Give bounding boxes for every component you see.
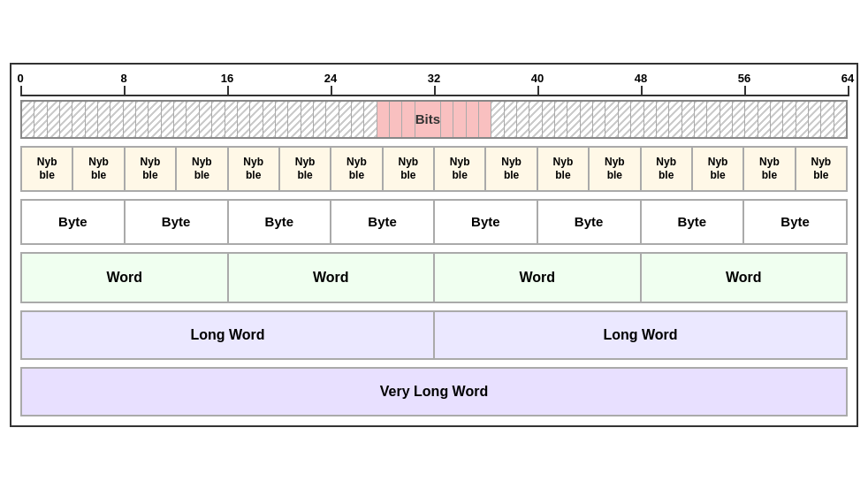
- bit-cell-1: [34, 102, 47, 137]
- bit-cell-47: [631, 102, 643, 137]
- bit-cell-5: [86, 102, 98, 137]
- word-row-container: Word Word Word Word: [20, 252, 848, 303]
- bits-row: (function() { const container = document…: [20, 100, 848, 139]
- byte-row-container: Byte Byte Byte Byte Byte Byte Byte Byte: [20, 199, 848, 245]
- byte-cell-7: Byte: [744, 201, 846, 243]
- bit-cell-51: [682, 102, 695, 137]
- nybble-cell-2: Nybble: [126, 148, 177, 190]
- bit-cell-18: [250, 102, 263, 137]
- bit-cell-13: [187, 102, 199, 137]
- nybble-cell-9: Nybble: [486, 148, 537, 190]
- ruler-label-56: 56: [738, 72, 750, 85]
- ruler-label-8: 8: [120, 72, 126, 85]
- ruler-label-24: 24: [324, 72, 337, 85]
- nybble-cell-12: Nybble: [642, 148, 693, 190]
- bit-cell-58: [771, 102, 783, 137]
- bit-cell-60: [796, 102, 809, 137]
- verylongword-cell: Very Long Word: [22, 369, 846, 415]
- byte-cell-2: Byte: [229, 201, 332, 243]
- bit-cell-2: [48, 102, 60, 137]
- nybble-cell-5: Nybble: [280, 148, 331, 190]
- ruler-label-32: 32: [428, 72, 440, 85]
- bits-highlight-cell-32: [441, 102, 453, 137]
- bit-cell-49: [657, 102, 669, 137]
- bit-cell-62: [821, 102, 834, 137]
- bit-cell-38: [517, 102, 529, 137]
- word-cell-3: Word: [642, 254, 847, 302]
- bit-cell-17: [238, 102, 250, 137]
- bits-highlight-cell-28: [377, 102, 390, 137]
- word-cell-1: Word: [229, 254, 436, 302]
- nybble-cell-15: Nybble: [796, 148, 846, 190]
- bit-cell-7: [110, 102, 123, 137]
- nybble-cell-8: Nybble: [435, 148, 486, 190]
- longword-row: Long Word Long Word: [20, 310, 848, 360]
- bit-cell-41: [555, 102, 567, 137]
- ruler-label-48: 48: [635, 72, 647, 85]
- bit-cell-19: [263, 102, 276, 137]
- nybble-cell-6: Nybble: [331, 148, 383, 190]
- nybble-cell-3: Nybble: [177, 148, 228, 190]
- bit-cell-24: [326, 102, 339, 137]
- nybble-cell-1: Nybble: [73, 148, 125, 190]
- bit-cell-6: [98, 102, 110, 137]
- bit-cell-25: [339, 102, 352, 137]
- bit-cell-44: [593, 102, 605, 137]
- byte-cell-0: Byte: [22, 201, 126, 243]
- bit-cell-54: [720, 102, 733, 137]
- bit-cell-61: [809, 102, 821, 137]
- bits-highlight-cell-30: [402, 102, 415, 137]
- verylongword-row-container: Very Long Word: [20, 367, 848, 416]
- bit-cell-20: [276, 102, 288, 137]
- byte-cell-5: Byte: [538, 201, 642, 243]
- bit-cell-48: [644, 102, 657, 137]
- byte-cell-6: Byte: [642, 201, 745, 243]
- bit-cell-27: [364, 102, 377, 137]
- byte-cell-1: Byte: [126, 201, 229, 243]
- bit-cell-53: [707, 102, 720, 137]
- bit-cell-39: [529, 102, 542, 137]
- bit-cell-36: [491, 102, 504, 137]
- nybble-row-container: Nybble Nybble Nybble Nybble Nybble Nybbl…: [20, 146, 848, 192]
- bit-cell-63: [834, 102, 846, 137]
- bit-cell-14: [200, 102, 212, 137]
- bit-cell-37: [505, 102, 517, 137]
- ruler-label-64: 64: [841, 72, 854, 85]
- bits-highlight-cell-33: [453, 102, 466, 137]
- bit-cell-3: [60, 102, 72, 137]
- bit-cell-4: [72, 102, 85, 137]
- bits-row-container: (function() { const container = document…: [20, 100, 848, 139]
- nybble-cell-14: Nybble: [744, 148, 796, 190]
- word-row: Word Word Word Word: [20, 252, 848, 303]
- bits-highlight-cell-29: [390, 102, 402, 137]
- bit-cell-42: [567, 102, 580, 137]
- byte-cell-4: Byte: [435, 201, 538, 243]
- bit-cell-16: [225, 102, 238, 137]
- bit-cell-55: [733, 102, 745, 137]
- bits-highlight-label: Bits: [415, 102, 441, 137]
- bit-cell-22: [301, 102, 314, 137]
- byte-cell-3: Byte: [331, 201, 435, 243]
- bit-cell-10: [148, 102, 161, 137]
- bit-cell-0: [22, 102, 34, 137]
- ruler-label-0: 0: [17, 72, 23, 85]
- bit-cell-9: [136, 102, 148, 137]
- nybble-cell-0: Nybble: [22, 148, 73, 190]
- nybble-cell-10: Nybble: [538, 148, 590, 190]
- nybble-row: Nybble Nybble Nybble Nybble Nybble Nybbl…: [20, 146, 848, 192]
- bit-cell-21: [288, 102, 301, 137]
- bit-cell-12: [174, 102, 187, 137]
- nybble-cell-13: Nybble: [693, 148, 744, 190]
- ruler-label-40: 40: [531, 72, 544, 85]
- nybble-cell-7: Nybble: [384, 148, 435, 190]
- ruler: 0 8 16 24 32 40 48 56 64: [20, 72, 848, 96]
- bit-cell-40: [543, 102, 555, 137]
- word-cell-0: Word: [22, 254, 229, 302]
- bits-highlight-cell-34: [467, 102, 479, 137]
- bit-cell-15: [212, 102, 225, 137]
- bit-cell-46: [619, 102, 631, 137]
- longword-cell-1: Long Word: [435, 312, 846, 358]
- verylongword-row: Very Long Word: [20, 367, 848, 416]
- bit-cell-59: [783, 102, 796, 137]
- bit-cell-11: [162, 102, 174, 137]
